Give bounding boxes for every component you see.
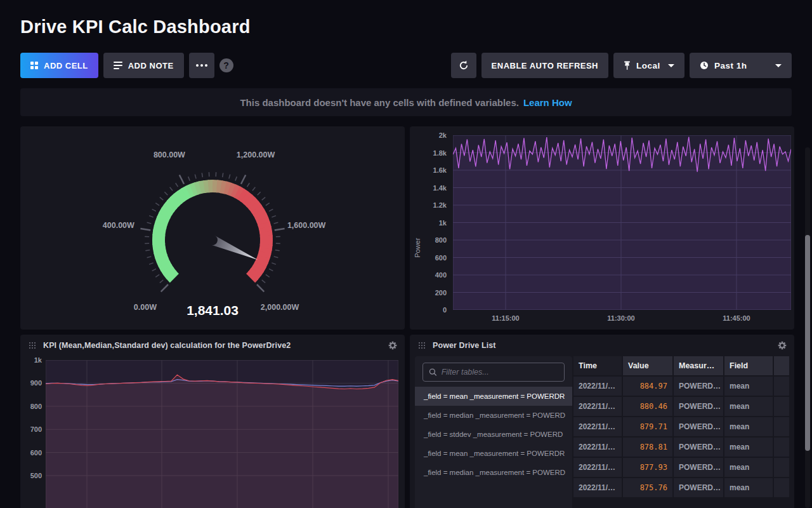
y-tick-label: 900 [20,379,42,387]
column-header-time[interactable]: Time [573,356,622,375]
table-cell-measurement: POWERD… [674,438,723,457]
y-tick-label: 1k [20,356,42,364]
add-cell-grid-icon [30,62,38,69]
table-cell-value: 884.97 [623,377,672,396]
table-cell-measurement: POWERD… [674,478,723,497]
table-cell-time: 2022/11/… [573,377,622,396]
table-list: _field = mean _measurement = POWERDR_fie… [415,387,572,482]
table-cell-time: 2022/11/… [573,438,622,457]
y-tick-label: 800 [410,236,447,244]
table-cell-spacer [774,417,789,436]
table-cell-value: 877.93 [623,458,672,477]
drag-handle-icon[interactable] [29,342,30,344]
enable-auto-refresh-button[interactable]: ENABLE AUTO REFRESH [481,53,608,78]
table-cell-value: 878.81 [623,438,672,457]
notice-text: This dashboard doesn't have any cells wi… [240,97,519,108]
add-cell-label: ADD CELL [44,61,88,70]
table-cell-value: 875.76 [623,478,672,497]
y-tick-label: 1.4k [410,184,447,192]
table-list-item[interactable]: _field = median _measurement = POWERD [415,463,572,482]
table-list-item[interactable]: _field = mean _measurement = POWERDR [415,444,572,463]
y-tick-label: 700 [20,425,42,433]
data-table: TimeValueMeasur…Field2022/11/…884.97POWE… [573,356,789,497]
gauge-tick-label: 1,200.00W [237,150,275,159]
time-range-label: Past 1h [714,61,747,70]
table-cell-field: mean [724,478,773,497]
table-cell-time: 2022/11/… [573,417,622,436]
table-list-sidebar: _field = mean _measurement = POWERDR_fie… [415,356,572,508]
refresh-icon [458,60,469,71]
y-tick-label: 200 [410,289,447,297]
x-tick-label: 11:30:00 [593,314,650,322]
y-tick-label: 2k [410,131,447,139]
note-lines-icon [114,62,122,69]
table-cell-field: mean [724,438,773,457]
search-icon [429,368,437,377]
gauge-chart: 0.00W400.00W800.00W1,200.00W1,600.00W2,0… [20,126,405,330]
power-line-chart [453,135,791,310]
y-tick-label: 800 [20,403,42,410]
drag-handle-icon[interactable] [419,342,420,344]
gauge-tick-label: 800.00W [154,150,185,159]
page-scrollbar[interactable] [805,147,810,508]
table-list-item[interactable]: _field = stddev _measurement = POWERD [415,425,572,444]
table-cell-spacer [774,397,789,416]
timezone-dropdown[interactable]: Local [613,53,684,78]
learn-how-link[interactable]: Learn How [523,97,572,108]
table-cell-field: mean [724,458,773,477]
power-line-panel: Power 1,841W 2k1.8k1.6k1.4k1.2k1k8006004… [410,126,794,330]
pin-icon [624,61,631,70]
y-tick-label: 1.6k [410,166,447,174]
variables-notice: This dashboard doesn't have any cells wi… [20,88,792,116]
panel-header: KPI (Mean,Median,Standard dev) calculati… [20,335,405,356]
y-tick-label: 600 [20,449,42,457]
table-cell-measurement: POWERD… [674,417,723,436]
clock-icon [700,61,709,70]
table-list-item[interactable]: _field = median _measurement = POWERD [415,406,572,425]
kpi-panel: KPI (Mean,Median,Standard dev) calculati… [20,335,405,508]
y-tick-label: 500 [20,472,42,479]
help-icon[interactable]: ? [219,58,233,72]
gauge-needle [211,236,260,265]
table-cell-field: mean [724,417,773,436]
y-tick-label: 0 [410,306,447,314]
enable-auto-refresh-label: ENABLE AUTO REFRESH [492,61,598,70]
add-cell-button[interactable]: ADD CELL [20,53,98,78]
column-header-measur[interactable]: Measur… [674,356,723,375]
y-tick-label: 1k [410,219,447,227]
kpi-line-chart [46,360,398,508]
time-range-dropdown[interactable]: Past 1h [690,53,792,78]
table-cell-time: 2022/11/… [573,478,622,497]
gear-icon[interactable] [778,341,787,350]
refresh-button[interactable] [451,53,476,78]
table-cell-measurement: POWERD… [674,458,723,477]
gear-icon[interactable] [388,341,397,350]
table-cell-measurement: POWERD… [674,397,723,416]
y-tick-label: 1.2k [410,201,447,209]
table-cell-spacer [774,377,789,396]
ellipsis-icon [196,64,207,67]
panel-header: Power Drive List [410,335,794,356]
table-cell-field: mean [724,397,773,416]
panel-title: Power Drive List [433,341,496,350]
table-list-item[interactable]: _field = mean _measurement = POWERDR [415,387,572,406]
dashboard-grid: 1,841.03 0.00W400.00W800.00W1,200.00W1,6… [20,126,792,508]
gauge-tick-label: 1,600.00W [287,221,326,230]
toolbar: ADD CELL ADD NOTE ? ENABLE AUTO REFRESH [20,53,792,78]
y-tick-label: 400 [410,271,447,279]
power-drive-list-panel: Power Drive List _field = mean _measurem… [410,335,794,508]
filter-tables-input[interactable] [442,368,558,377]
column-header-field[interactable]: Field [724,356,773,375]
column-header-value[interactable]: Value [623,356,672,375]
table-cell-value: 879.71 [623,417,672,436]
add-note-label: ADD NOTE [128,61,174,70]
y-tick-label: 600 [410,254,447,262]
add-note-button[interactable]: ADD NOTE [103,53,184,78]
scrollbar-thumb[interactable] [805,235,810,451]
gauge-tick-label: 400.00W [103,221,134,230]
table-cell-spacer [774,438,789,457]
x-tick-label: 11:45:00 [708,314,765,322]
more-options-button[interactable] [189,53,214,78]
caret-down-icon [668,64,674,67]
table-cell-time: 2022/11/… [573,397,622,416]
